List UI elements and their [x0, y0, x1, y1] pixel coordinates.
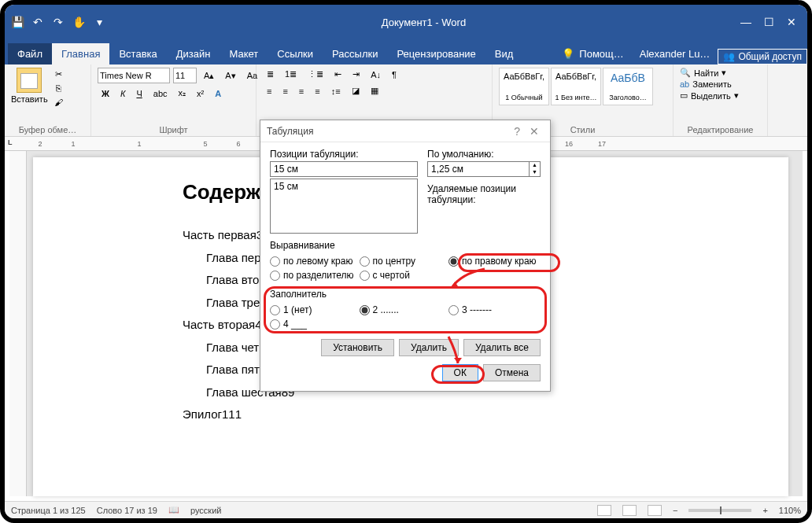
status-language[interactable]: русский — [190, 506, 221, 515]
tab-review[interactable]: Рецензирование — [387, 43, 485, 64]
font-size-select[interactable] — [173, 68, 197, 83]
zoom-out-icon[interactable]: − — [673, 506, 677, 515]
style-no-spacing[interactable]: АаБбВвГг, 1 Без инте… — [551, 68, 601, 105]
cancel-button[interactable]: Отмена — [483, 364, 541, 381]
copy-icon[interactable]: ⎘ — [53, 82, 65, 94]
tab-file[interactable]: Файл — [8, 43, 52, 64]
italic-icon[interactable]: К — [116, 87, 129, 100]
tab-insert[interactable]: Вставка — [109, 43, 166, 64]
font-name-select[interactable] — [98, 68, 170, 83]
vertical-ruler[interactable] — [9, 151, 27, 496]
spellcheck-icon[interactable]: 📖 — [168, 505, 179, 515]
cleared-tabs-label: Удаляемые позиции табуляции: — [427, 183, 541, 205]
maximize-icon[interactable]: ☐ — [764, 16, 774, 28]
spin-down-icon[interactable]: ▼ — [530, 169, 540, 176]
tab-home[interactable]: Главная — [52, 43, 109, 64]
default-tab-input[interactable] — [427, 161, 530, 177]
strike-icon[interactable]: abc — [149, 87, 172, 100]
align-left-icon[interactable]: ≡ — [263, 85, 275, 98]
tab-layout[interactable]: Макет — [220, 43, 268, 64]
tab-mailings[interactable]: Рассылки — [323, 43, 387, 64]
grow-font-icon[interactable]: A▴ — [200, 69, 218, 83]
text-effects-icon[interactable]: A — [211, 87, 225, 100]
align-bar-radio[interactable]: с чертой — [360, 268, 449, 282]
list-item[interactable]: 15 см — [274, 181, 414, 192]
clear-all-button[interactable]: Удалить все — [463, 339, 541, 356]
select-button[interactable]: ▭Выделить▾ — [680, 90, 761, 101]
ok-button[interactable]: ОК — [442, 364, 478, 381]
set-button[interactable]: Установить — [321, 339, 394, 356]
superscript-icon[interactable]: x² — [193, 87, 208, 100]
style-label: 1 Обычный — [503, 94, 545, 101]
find-button[interactable]: 🔍Найти▾ — [680, 68, 761, 78]
tab-selector-icon[interactable]: L — [8, 138, 13, 146]
read-mode-icon[interactable] — [597, 505, 611, 516]
web-layout-icon[interactable] — [648, 505, 662, 516]
multilevel-icon[interactable]: ⋮≣ — [304, 68, 327, 81]
dec-indent-icon[interactable]: ⇤ — [330, 68, 345, 81]
status-page[interactable]: Страница 1 из 125 — [11, 506, 86, 515]
tab-positions-listbox[interactable]: 15 см — [270, 179, 418, 234]
paste-label: Вставить — [11, 94, 48, 104]
align-decimal-radio[interactable]: по разделителю — [270, 268, 360, 282]
sort-icon[interactable]: A↓ — [367, 68, 385, 81]
close-icon[interactable]: ✕ — [787, 16, 796, 28]
align-center-icon[interactable]: ≡ — [279, 85, 291, 98]
group-clipboard: Вставить ✂ ⎘ 🖌 Буфер обме… — [5, 64, 91, 136]
qat-more-icon[interactable]: ▾ — [91, 14, 107, 30]
group-font: A▴ A▾ Aa Ж К Ч abc x₂ x² A Шрифт — [91, 64, 257, 136]
align-center-radio[interactable]: по центру — [360, 254, 449, 268]
format-painter-icon[interactable]: 🖌 — [53, 96, 65, 109]
spin-up-icon[interactable]: ▲ — [530, 162, 540, 169]
align-right-radio[interactable]: по правому краю — [448, 254, 538, 268]
underline-icon[interactable]: Ч — [132, 87, 146, 100]
status-words[interactable]: Слово 17 из 19 — [97, 506, 157, 515]
inc-indent-icon[interactable]: ⇥ — [349, 68, 364, 81]
clipboard-group-label: Буфер обме… — [11, 123, 84, 134]
bold-icon[interactable]: Ж — [98, 87, 113, 100]
style-normal[interactable]: АаБбВвГг, 1 Обычный — [499, 68, 549, 105]
clear-button[interactable]: Удалить — [399, 339, 459, 356]
tab-view[interactable]: Вид — [485, 43, 523, 64]
tab-references[interactable]: Ссылки — [268, 43, 323, 64]
numbering-icon[interactable]: 1≣ — [281, 68, 301, 81]
cut-icon[interactable]: ✂ — [53, 68, 65, 80]
redo-icon[interactable]: ↷ — [50, 14, 66, 30]
leader-dashes-radio[interactable]: 3 ------- — [448, 303, 538, 317]
shrink-font-icon[interactable]: A▾ — [221, 69, 239, 83]
find-icon: 🔍 — [680, 68, 691, 78]
style-heading1[interactable]: АаБбВ Заголово… — [603, 68, 653, 105]
paste-button[interactable]: Вставить — [11, 68, 48, 109]
touch-mode-icon[interactable]: ✋ — [71, 14, 87, 30]
tab-position-input[interactable] — [270, 161, 418, 177]
dialog-help-icon[interactable]: ? — [509, 125, 525, 138]
minimize-icon[interactable]: — — [740, 16, 751, 28]
leader-dots-radio[interactable]: 2 ....... — [360, 303, 449, 317]
subscript-icon[interactable]: x₂ — [175, 87, 190, 100]
print-layout-icon[interactable] — [622, 505, 637, 516]
save-icon[interactable]: 💾 — [9, 14, 25, 30]
show-marks-icon[interactable]: ¶ — [388, 68, 400, 81]
zoom-in-icon[interactable]: + — [762, 506, 767, 515]
dialog-close-icon[interactable]: ✕ — [525, 125, 544, 138]
shading-icon[interactable]: ◪ — [348, 84, 364, 98]
zoom-slider[interactable] — [688, 509, 751, 512]
zoom-level[interactable]: 110% — [779, 506, 801, 515]
account-name[interactable]: Alexander Lu… — [632, 43, 718, 64]
borders-icon[interactable]: ▦ — [367, 84, 382, 98]
undo-icon[interactable]: ↶ — [30, 14, 46, 30]
leader-underscore-radio[interactable]: 4 ___ — [270, 317, 360, 331]
group-editing: 🔍Найти▾ abЗаменить ▭Выделить▾ Редактиров… — [674, 64, 768, 136]
tell-me[interactable]: 💡Помощ… — [554, 43, 631, 64]
justify-icon[interactable]: ≡ — [311, 85, 323, 98]
bullets-icon[interactable]: ≣ — [263, 68, 278, 81]
replace-button[interactable]: abЗаменить — [680, 79, 761, 89]
align-left-radio[interactable]: по левому краю — [270, 254, 360, 268]
title-bar: 💾 ↶ ↷ ✋ ▾ Документ1 - Word — ☐ ✕ — [5, 5, 807, 39]
share-button[interactable]: 👥Общий доступ — [718, 49, 807, 64]
leader-none-radio[interactable]: 1 (нет) — [270, 303, 360, 317]
tab-design[interactable]: Дизайн — [167, 43, 220, 64]
status-bar: Страница 1 из 125 Слово 17 из 19 📖 русск… — [5, 501, 807, 518]
align-right-icon[interactable]: ≡ — [295, 85, 308, 98]
line-spacing-icon[interactable]: ↕≡ — [327, 85, 345, 98]
